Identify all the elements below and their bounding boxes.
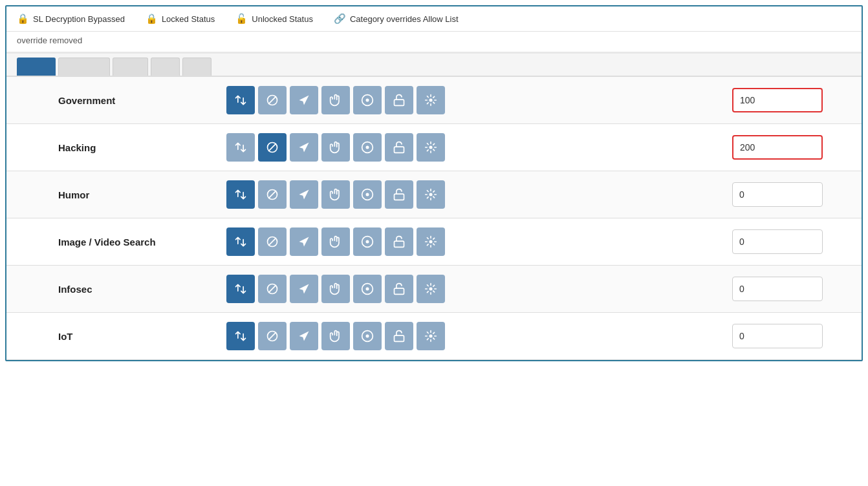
legend-unlocked-status: 🔓 Unlocked Status	[235, 13, 313, 25]
btn-transfer-infosec[interactable]	[226, 275, 255, 303]
btn-monitor-humor[interactable]	[353, 180, 382, 209]
btn-unlock-iot[interactable]	[385, 322, 413, 350]
table-row: Government	[6, 77, 862, 124]
svg-line-31	[268, 332, 276, 340]
row-label-infosec: Infosec	[58, 284, 226, 295]
btn-monitor-government[interactable]	[353, 86, 382, 114]
btn-override-infosec[interactable]	[417, 275, 445, 303]
btn-unlock-humor[interactable]	[385, 180, 413, 209]
btn-monitor-hacking[interactable]	[353, 133, 382, 162]
svg-point-27	[366, 288, 369, 291]
btn-transfer-iot[interactable]	[226, 322, 255, 350]
action-buttons-iot	[226, 322, 719, 350]
btn-unlock-infosec[interactable]	[385, 275, 413, 303]
legend-ssl-label: SL Decryption Bypassed	[33, 14, 125, 24]
btn-override-humor[interactable]	[417, 180, 445, 209]
notice-text: override removed	[17, 36, 82, 45]
btn-hand-iot[interactable]	[321, 322, 350, 350]
tab-5[interactable]	[182, 58, 212, 76]
table-row: Infosec	[6, 266, 862, 313]
btn-block-government[interactable]	[258, 86, 287, 114]
input-iot[interactable]	[732, 324, 823, 348]
svg-point-17	[429, 193, 433, 196]
btn-hand-hacking[interactable]	[321, 133, 350, 162]
btn-hand-image-video[interactable]	[321, 227, 350, 256]
btn-unlock-government[interactable]	[385, 86, 413, 114]
svg-line-1	[268, 96, 276, 104]
btn-transfer-hacking[interactable]	[226, 133, 255, 162]
btn-block-hacking[interactable]	[258, 133, 287, 162]
svg-rect-34	[395, 335, 404, 341]
btn-monitor-iot[interactable]	[353, 322, 382, 350]
svg-rect-28	[395, 288, 404, 294]
input-image-video[interactable]	[732, 229, 823, 254]
btn-transfer-humor[interactable]	[226, 180, 255, 209]
svg-point-5	[429, 99, 433, 102]
btn-bypass-hacking[interactable]	[290, 133, 318, 162]
svg-line-13	[268, 191, 276, 198]
legend-category-overrides: 🔗 Category overrides Allow List	[334, 13, 459, 25]
tab-4[interactable]	[151, 58, 180, 76]
btn-unlock-hacking[interactable]	[385, 133, 413, 162]
input-infosec[interactable]	[732, 277, 823, 301]
row-label-government: Government	[58, 95, 226, 106]
action-buttons-hacking	[226, 133, 719, 162]
btn-block-iot[interactable]	[258, 322, 287, 350]
table-row: Image / Video Search	[6, 218, 862, 266]
btn-bypass-infosec[interactable]	[290, 275, 318, 303]
svg-line-19	[268, 238, 276, 246]
btn-override-iot[interactable]	[417, 322, 445, 350]
svg-line-7	[268, 143, 276, 151]
btn-block-humor[interactable]	[258, 180, 287, 209]
row-label-iot: IoT	[58, 331, 226, 342]
input-hacking[interactable]	[732, 135, 823, 160]
action-buttons-humor	[226, 180, 719, 209]
btn-monitor-infosec[interactable]	[353, 275, 382, 303]
btn-override-government[interactable]	[417, 86, 445, 114]
svg-rect-16	[395, 194, 404, 200]
btn-hand-government[interactable]	[321, 86, 350, 114]
btn-bypass-image-video[interactable]	[290, 227, 318, 256]
btn-hand-infosec[interactable]	[321, 275, 350, 303]
btn-transfer-image-video[interactable]	[226, 227, 255, 256]
row-label-humor: Humor	[58, 189, 226, 200]
tab-2[interactable]	[58, 58, 110, 76]
btn-block-infosec[interactable]	[258, 275, 287, 303]
notice-bar: override removed	[6, 32, 862, 54]
svg-point-15	[366, 193, 369, 196]
btn-hand-humor[interactable]	[321, 180, 350, 209]
main-table: Government	[6, 77, 862, 360]
btn-bypass-humor[interactable]	[290, 180, 318, 209]
btn-bypass-government[interactable]	[290, 86, 318, 114]
legend-locked-label: Locked Status	[162, 14, 215, 24]
btn-block-image-video[interactable]	[258, 227, 287, 256]
svg-point-3	[366, 99, 369, 102]
btn-override-hacking[interactable]	[417, 133, 445, 162]
table-row: Humor	[6, 171, 862, 218]
tab-3[interactable]	[113, 58, 148, 76]
svg-rect-22	[395, 241, 404, 247]
btn-bypass-iot[interactable]	[290, 322, 318, 350]
svg-point-9	[366, 146, 369, 149]
legend-locked-status: 🔒 Locked Status	[146, 13, 215, 25]
svg-point-33	[366, 335, 369, 338]
tabs-bar	[6, 54, 862, 77]
btn-transfer-government[interactable]	[226, 86, 255, 114]
main-container: 🔒 SL Decryption Bypassed 🔒 Locked Status…	[5, 5, 863, 361]
btn-override-image-video[interactable]	[417, 227, 445, 256]
legend-category-label: Category overrides Allow List	[350, 14, 459, 24]
svg-rect-4	[395, 100, 404, 105]
svg-point-29	[429, 288, 433, 291]
input-humor[interactable]	[732, 182, 823, 207]
btn-unlock-image-video[interactable]	[385, 227, 413, 256]
table-row: Hacking	[6, 124, 862, 171]
svg-line-25	[268, 285, 276, 293]
tab-active[interactable]	[17, 58, 56, 76]
svg-point-21	[366, 240, 369, 244]
action-buttons-infosec	[226, 275, 719, 303]
legend-bar: 🔒 SL Decryption Bypassed 🔒 Locked Status…	[6, 6, 862, 32]
row-label-hacking: Hacking	[58, 142, 226, 153]
link-icon: 🔗	[334, 13, 346, 25]
btn-monitor-image-video[interactable]	[353, 227, 382, 256]
input-government[interactable]	[732, 88, 823, 112]
